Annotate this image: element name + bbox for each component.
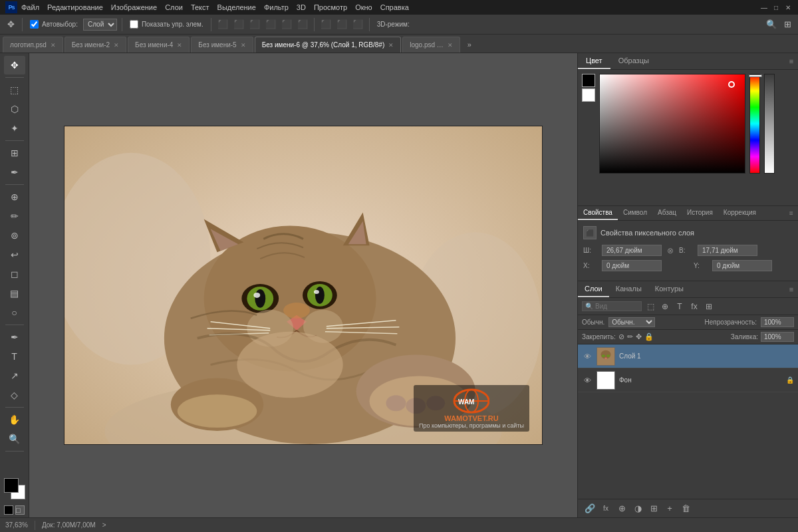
close-button[interactable]: ✕ (783, 3, 793, 12)
autoselect-dropdown[interactable]: Слой (83, 19, 117, 31)
layer-visibility-1[interactable]: 👁 (582, 351, 593, 362)
menu-layers[interactable]: Слои (165, 3, 183, 11)
tab-close-bezimeni5[interactable]: ✕ (241, 42, 246, 49)
paragraph-tab[interactable]: Абзац (652, 206, 682, 220)
quick-mask-icon[interactable] (4, 505, 13, 515)
pen-tool[interactable]: ✒ (4, 328, 25, 346)
adjustment-layer-button[interactable]: ◑ (631, 502, 644, 515)
menu-window[interactable]: Окно (355, 3, 372, 11)
swatches-tab[interactable]: Образцы (610, 53, 657, 69)
layer-item-background[interactable]: 👁 Фон 🔒 (578, 368, 798, 392)
color-gradient-picker[interactable] (599, 74, 745, 174)
layer-type-icon[interactable]: T (674, 301, 686, 313)
blend-mode-dropdown[interactable]: Обычн. (608, 317, 655, 327)
align-bottom-icon[interactable]: ⬛ (296, 18, 309, 31)
menu-view[interactable]: Просмотр (314, 3, 347, 11)
menu-select[interactable]: Выделение (217, 3, 256, 11)
zoom-tool[interactable]: 🔍 (4, 430, 25, 448)
lock-position-icon[interactable]: ✥ (636, 332, 642, 341)
menu-text[interactable]: Текст (191, 3, 209, 11)
menu-help[interactable]: Справка (380, 3, 409, 11)
opacity-input[interactable] (761, 317, 794, 327)
lock-paint-icon[interactable]: ✏ (627, 332, 633, 341)
tab-more-button[interactable]: » (463, 37, 476, 53)
menu-3d[interactable]: 3D (297, 3, 306, 11)
layer-mask-icon[interactable]: ⊕ (659, 301, 671, 313)
width-input[interactable] (602, 245, 662, 256)
autoselect-checkbox[interactable] (30, 20, 39, 29)
menu-edit[interactable]: Редактирование (47, 3, 103, 11)
menu-file[interactable]: Файл (21, 3, 39, 11)
align-center-icon[interactable]: ⬛ (232, 18, 245, 31)
brush-tool[interactable]: ✏ (4, 207, 25, 225)
search-icon[interactable]: 🔍 (765, 18, 778, 31)
tab-logo[interactable]: logo.psd … ✕ (402, 37, 460, 53)
screen-mode-icon[interactable]: □ (15, 505, 25, 515)
channels-tab[interactable]: Каналы (609, 281, 648, 297)
tab-close-bezimeni2[interactable]: ✕ (114, 42, 119, 49)
menu-filter[interactable]: Фильтр (264, 3, 289, 11)
stamp-tool[interactable]: ⊚ (4, 226, 25, 245)
height-input[interactable] (698, 245, 757, 256)
y-input[interactable] (712, 260, 772, 271)
tab-close-bezimeni6[interactable]: ✕ (388, 42, 394, 49)
marquee-tool[interactable]: ⬚ (4, 80, 25, 99)
align-left-icon[interactable]: ⬛ (216, 18, 229, 31)
layer-group-button[interactable]: ⊞ (647, 502, 660, 515)
hand-tool[interactable]: ✋ (4, 410, 25, 429)
lock-transparent-icon[interactable]: ⊘ (618, 332, 624, 341)
gradient-tool[interactable]: ▤ (4, 284, 25, 303)
doc-arrow[interactable]: > (102, 521, 106, 529)
show-controls-checkbox[interactable] (130, 20, 138, 29)
maximize-button[interactable]: □ (771, 3, 781, 12)
link-proportions-icon[interactable]: ⊗ (667, 246, 674, 255)
symbol-tab[interactable]: Символ (618, 206, 652, 220)
eraser-tool[interactable]: ◻ (4, 265, 25, 283)
distribute-center-icon[interactable]: ⬛ (335, 18, 348, 31)
tab-close-logo[interactable]: ✕ (448, 42, 453, 49)
move-tool[interactable]: ✥ (4, 56, 25, 74)
panel-settings-icon[interactable]: ⊞ (781, 18, 794, 31)
opacity-slider[interactable] (764, 74, 775, 174)
layer-link-button[interactable]: 🔗 (583, 502, 597, 515)
layer-item-1[interactable]: 👁 Слой 1 (578, 344, 798, 368)
delete-layer-button[interactable]: 🗑 (679, 502, 692, 515)
layer-effects-icon[interactable]: fx (688, 301, 700, 313)
distribute-left-icon[interactable]: ⬛ (319, 18, 332, 31)
properties-tab[interactable]: Свойства (578, 206, 618, 220)
foreground-color-swatch[interactable] (4, 478, 19, 493)
layer-visibility-bg[interactable]: 👁 (582, 375, 593, 386)
fg-color-swatch[interactable] (582, 74, 595, 87)
history-brush-tool[interactable]: ↩ (4, 245, 25, 264)
menu-image[interactable]: Изображение (111, 3, 157, 11)
heal-tool[interactable]: ⊕ (4, 188, 25, 206)
lasso-tool[interactable]: ⬡ (4, 100, 25, 118)
text-tool[interactable]: T (4, 347, 25, 366)
hue-slider[interactable] (749, 74, 760, 174)
crop-tool[interactable]: ⊞ (4, 144, 25, 162)
layer-fx-button[interactable]: fx (599, 502, 612, 515)
minimize-button[interactable]: — (759, 3, 769, 12)
bg-color-swatch[interactable] (582, 88, 595, 102)
paths-tab[interactable]: Контуры (648, 281, 690, 297)
quick-select-tool[interactable]: ✦ (4, 119, 25, 138)
tab-close-bezimeni4[interactable]: ✕ (177, 42, 182, 49)
path-select-tool[interactable]: ↗ (4, 366, 25, 385)
layer-mask-button[interactable]: ⊕ (615, 502, 628, 515)
tab-logotip[interactable]: логотип.psd ✕ (3, 37, 63, 53)
align-top-icon[interactable]: ⬛ (264, 18, 277, 31)
history-tab[interactable]: История (682, 206, 718, 220)
color-panel-menu[interactable]: ≡ (785, 53, 798, 69)
move-tool-button[interactable]: ✥ (4, 18, 17, 31)
new-layer-button[interactable]: + (663, 502, 676, 515)
eyedropper-tool[interactable]: ✒ (4, 163, 25, 182)
new-layer-icon[interactable]: ⬚ (644, 301, 656, 313)
color-picker-cursor[interactable] (728, 81, 735, 88)
tab-bezimeni4[interactable]: Без имени-4 ✕ (128, 37, 190, 53)
dodge-tool[interactable]: ○ (4, 303, 25, 322)
correction-tab[interactable]: Коррекция (718, 206, 761, 220)
tab-bezimeni2[interactable]: Без имени-2 ✕ (65, 37, 126, 53)
distribute-right-icon[interactable]: ⬛ (351, 18, 364, 31)
lock-all-icon[interactable]: 🔒 (644, 332, 654, 341)
color-tab[interactable]: Цвет (578, 53, 610, 69)
